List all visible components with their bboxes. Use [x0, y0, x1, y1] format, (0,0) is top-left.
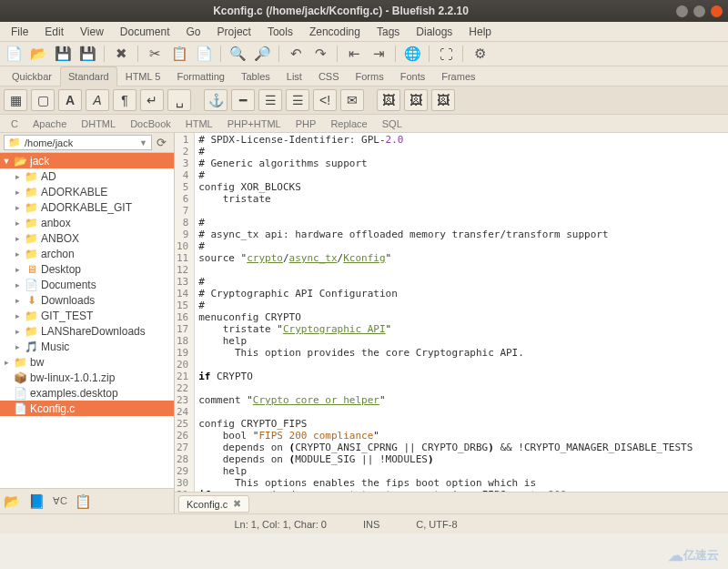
- separator: [368, 89, 373, 111]
- right-icon[interactable]: ☰: [286, 89, 309, 111]
- menu-go[interactable]: Go: [179, 24, 208, 40]
- lang-tab-dhtml[interactable]: DHTML: [74, 117, 123, 131]
- email-icon[interactable]: ✉: [340, 89, 364, 111]
- multi-thumb-icon[interactable]: 🖼: [431, 89, 455, 111]
- body-icon[interactable]: ▢: [31, 89, 55, 111]
- close-tab-icon[interactable]: ✖: [233, 498, 241, 510]
- path-combo[interactable]: 📁 /home/jack ▼: [4, 135, 152, 150]
- copy-icon[interactable]: 📋: [169, 44, 189, 64]
- browser-icon[interactable]: 🌐: [402, 44, 422, 64]
- open-file-icon[interactable]: 📂: [28, 44, 48, 64]
- cat-tab-frames[interactable]: Frames: [433, 66, 483, 86]
- cat-tab-forms[interactable]: Forms: [348, 66, 392, 86]
- lang-tab-docbook[interactable]: DocBook: [123, 117, 178, 131]
- cat-tab-fonts[interactable]: Fonts: [392, 66, 434, 86]
- lang-tab-html[interactable]: HTML: [178, 117, 220, 131]
- cat-tab-html-5[interactable]: HTML 5: [117, 66, 169, 86]
- lang-tab-c[interactable]: C: [4, 117, 25, 131]
- bold-icon[interactable]: A: [58, 89, 82, 111]
- menu-project[interactable]: Project: [210, 24, 258, 40]
- code-editor[interactable]: 1 2 3 4 5 6 7 8 9 10 11 12 13 14 15 16 1…: [175, 133, 728, 492]
- cat-tab-formatting[interactable]: Formatting: [168, 66, 233, 86]
- code-area[interactable]: # SPDX-License-Identifier: GPL-2.0 # # G…: [195, 133, 728, 492]
- lang-tab-sql[interactable]: SQL: [375, 117, 410, 131]
- menu-dialogs[interactable]: Dialogs: [409, 24, 460, 40]
- menu-tags[interactable]: Tags: [369, 24, 407, 40]
- refresh-icon[interactable]: ⟳: [152, 136, 170, 149]
- charmap-panel-icon[interactable]: ∀C: [53, 495, 67, 507]
- menu-view[interactable]: View: [73, 24, 111, 40]
- save-icon[interactable]: 💾: [53, 44, 73, 64]
- find-replace-icon[interactable]: 🔎: [252, 44, 272, 64]
- save-as-icon[interactable]: 💾: [77, 44, 97, 64]
- tree-item[interactable]: ▸📁bw: [0, 354, 174, 370]
- titlebar: Kconfig.c (/home/jack/Kconfig.c) - Bluef…: [0, 0, 728, 22]
- insert-mode: INS: [363, 519, 379, 530]
- hrule-icon[interactable]: ━: [231, 89, 255, 111]
- lang-tab-php+html[interactable]: PHP+HTML: [220, 117, 288, 131]
- editor-pane: 1 2 3 4 5 6 7 8 9 10 11 12 13 14 15 16 1…: [175, 133, 728, 513]
- menu-document[interactable]: Document: [113, 24, 177, 40]
- menu-help[interactable]: Help: [461, 24, 499, 40]
- minimize-button[interactable]: [676, 5, 688, 17]
- tree-item[interactable]: 📦bw-linux-1.0.1.zip: [0, 370, 174, 385]
- center-icon[interactable]: ☰: [258, 89, 282, 111]
- tree-item[interactable]: ▸📁anbox: [0, 215, 174, 230]
- nbsp-icon[interactable]: ␣: [167, 89, 191, 111]
- tree-item[interactable]: ▸🖥Desktop: [0, 261, 174, 277]
- window-controls: [676, 5, 723, 17]
- indent-less-icon[interactable]: ⇤: [344, 44, 364, 64]
- snippets-panel-icon[interactable]: 📋: [75, 493, 92, 510]
- cat-tab-standard[interactable]: Standard: [60, 66, 117, 86]
- lang-tab-php[interactable]: PHP: [288, 117, 324, 131]
- tree-item[interactable]: ▸📁GIT_TEST: [0, 308, 174, 323]
- tree-item[interactable]: ▸📁ADORKABLE: [0, 184, 174, 199]
- comment-icon[interactable]: <!: [313, 89, 337, 111]
- maximize-button[interactable]: [693, 5, 705, 17]
- paragraph-icon[interactable]: ¶: [113, 89, 136, 111]
- find-icon[interactable]: 🔍: [228, 44, 248, 64]
- menu-edit[interactable]: Edit: [37, 24, 71, 40]
- tree-item[interactable]: 📄Kconfig.c: [0, 401, 174, 416]
- cat-tab-tables[interactable]: Tables: [233, 66, 278, 86]
- menu-tools[interactable]: Tools: [260, 24, 300, 40]
- menu-file[interactable]: File: [4, 24, 35, 40]
- cat-tab-list[interactable]: List: [278, 66, 310, 86]
- cat-tab-quickbar[interactable]: Quickbar: [4, 66, 60, 86]
- tree-item[interactable]: ▸📁ADORKABLE_GIT: [0, 199, 174, 215]
- tree-item[interactable]: ▼📂jack: [0, 153, 174, 168]
- redo-icon[interactable]: ↷: [310, 44, 330, 64]
- lang-tab-replace[interactable]: Replace: [323, 117, 374, 131]
- paste-icon[interactable]: 📄: [194, 44, 214, 64]
- fullscreen-icon[interactable]: ⛶: [436, 44, 456, 64]
- bookmarks-panel-icon[interactable]: 📘: [28, 493, 46, 510]
- sidebar-bottom-bar: 📂 📘 ∀C 📋: [0, 488, 174, 513]
- anchor-icon[interactable]: ⚓: [204, 89, 228, 111]
- tree-item[interactable]: ▸📁AD: [0, 168, 174, 184]
- tree-item[interactable]: ▸📁archon: [0, 246, 174, 261]
- thumbnail-icon[interactable]: 🖼: [404, 89, 428, 111]
- quickstart-icon[interactable]: ▦: [4, 89, 27, 111]
- tree-item[interactable]: ▸📁ANBOX: [0, 230, 174, 246]
- menu-zencoding[interactable]: Zencoding: [302, 24, 368, 40]
- files-panel-icon[interactable]: 📂: [4, 493, 21, 510]
- tree-item[interactable]: 📄examples.desktop: [0, 385, 174, 401]
- main-area: 📁 /home/jack ▼ ⟳ ▼📂jack▸📁AD▸📁ADORKABLE▸📁…: [0, 133, 728, 513]
- lang-tab-apache[interactable]: Apache: [25, 117, 74, 131]
- tree-item[interactable]: ▸📄Documents: [0, 277, 174, 292]
- tree-item[interactable]: ▸🎵Music: [0, 339, 174, 354]
- preferences-icon[interactable]: ⚙: [470, 44, 490, 64]
- cut-icon[interactable]: ✂: [145, 44, 165, 64]
- close-button[interactable]: [711, 5, 723, 17]
- close-doc-icon[interactable]: ✖: [111, 44, 131, 64]
- indent-more-icon[interactable]: ⇥: [369, 44, 389, 64]
- undo-icon[interactable]: ↶: [286, 44, 306, 64]
- editor-tab[interactable]: Kconfig.c ✖: [178, 495, 249, 513]
- cat-tab-css[interactable]: CSS: [310, 66, 348, 86]
- new-file-icon[interactable]: 📄: [4, 44, 24, 64]
- image-icon[interactable]: 🖼: [377, 89, 400, 111]
- tree-item[interactable]: ▸📁LANShareDownloads: [0, 323, 174, 339]
- italic-icon[interactable]: A: [86, 89, 109, 111]
- break-icon[interactable]: ↵: [140, 89, 164, 111]
- tree-item[interactable]: ▸⬇Downloads: [0, 292, 174, 308]
